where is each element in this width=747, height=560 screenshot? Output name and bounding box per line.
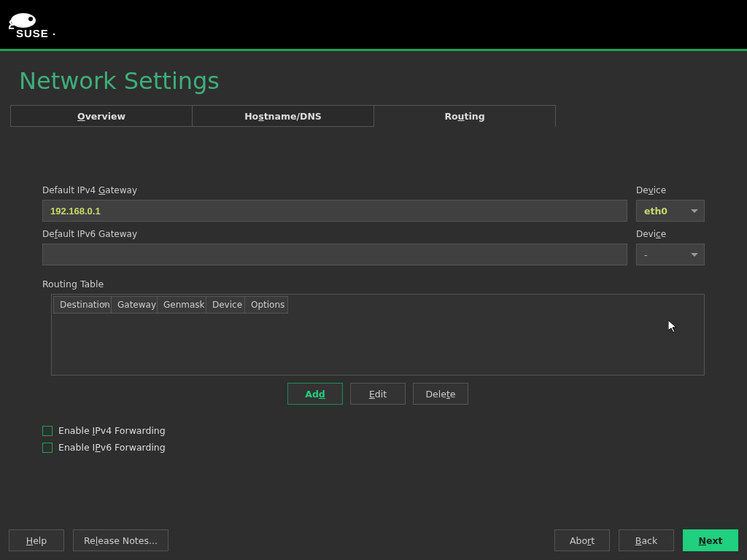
back-button[interactable]: Back bbox=[619, 529, 674, 551]
checkbox-icon bbox=[42, 443, 53, 453]
app-header: SUSE bbox=[0, 0, 747, 49]
next-button[interactable]: Next bbox=[683, 529, 738, 551]
svg-text:SUSE: SUSE bbox=[16, 27, 49, 39]
col-destination[interactable]: Destination bbox=[53, 296, 112, 314]
ipv6-device-select[interactable]: - bbox=[636, 244, 705, 265]
release-notes-button[interactable]: Release Notes... bbox=[73, 529, 169, 551]
chevron-down-icon bbox=[691, 209, 698, 213]
ipv6-gateway-label: Default IPv6 Gateway bbox=[42, 229, 627, 239]
page-title: Network Settings bbox=[19, 67, 738, 95]
enable-ipv6-forwarding-label: Enable IPv6 Forwarding bbox=[58, 442, 166, 453]
enable-ipv4-forwarding-label: Enable IPv4 Forwarding bbox=[58, 425, 166, 436]
svg-point-1 bbox=[28, 17, 33, 21]
help-button[interactable]: Help bbox=[9, 529, 64, 551]
routing-table-header: Destination Gateway Genmask Device Optio… bbox=[53, 296, 703, 314]
ipv6-gateway-input[interactable] bbox=[42, 244, 627, 265]
ipv4-device-value: eth0 bbox=[644, 206, 667, 217]
tab-hostname-dns[interactable]: Hostname/DNS bbox=[192, 105, 374, 127]
tab-overview[interactable]: Overview bbox=[10, 105, 193, 127]
enable-ipv6-forwarding-checkbox[interactable]: Enable IPv6 Forwarding bbox=[42, 442, 705, 453]
footer-bar: Help Release Notes... Abort Back Next bbox=[9, 529, 738, 551]
add-button[interactable]: Add bbox=[287, 383, 343, 405]
routing-table[interactable]: Destination Gateway Genmask Device Optio… bbox=[51, 294, 705, 376]
routing-table-label: Routing Table bbox=[42, 279, 705, 289]
enable-ipv4-forwarding-checkbox[interactable]: Enable IPv4 Forwarding bbox=[42, 425, 705, 436]
svg-point-3 bbox=[53, 33, 55, 34]
abort-button[interactable]: Abort bbox=[554, 529, 610, 551]
col-gateway[interactable]: Gateway bbox=[111, 296, 158, 314]
tab-routing[interactable]: Routing bbox=[374, 105, 556, 127]
delete-button[interactable]: Delete bbox=[413, 383, 468, 405]
ipv6-device-label: Device bbox=[636, 229, 705, 239]
chevron-down-icon bbox=[691, 253, 698, 257]
checkbox-icon bbox=[42, 426, 53, 436]
ipv4-gateway-label: Default IPv4 Gateway bbox=[42, 185, 627, 195]
ipv4-device-select[interactable]: eth0 bbox=[636, 200, 705, 222]
edit-button[interactable]: Edit bbox=[350, 383, 406, 405]
content-area: Network Settings Overview Hostname/DNS R… bbox=[0, 51, 747, 560]
routing-form: Default IPv4 Gateway Device eth0 Default… bbox=[9, 127, 738, 459]
sort-asc-icon bbox=[102, 302, 108, 306]
ipv6-device-value: - bbox=[644, 249, 648, 260]
ipv4-device-label: Device bbox=[636, 185, 705, 195]
suse-logo: SUSE bbox=[9, 9, 60, 40]
ipv4-gateway-input[interactable] bbox=[42, 200, 627, 222]
tab-bar: Overview Hostname/DNS Routing bbox=[10, 105, 738, 127]
col-options[interactable]: Options bbox=[244, 296, 288, 314]
col-genmask[interactable]: Genmask bbox=[157, 296, 206, 314]
col-device[interactable]: Device bbox=[206, 296, 245, 314]
